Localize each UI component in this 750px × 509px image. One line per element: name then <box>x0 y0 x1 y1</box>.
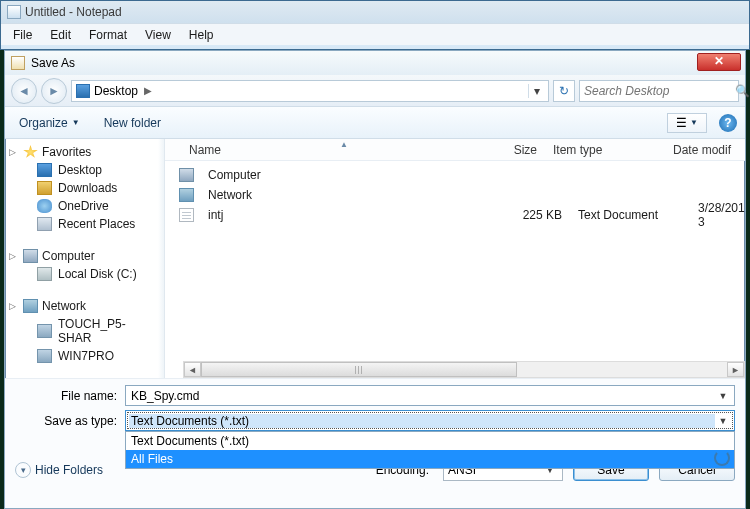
scroll-right-button[interactable]: ► <box>727 362 744 377</box>
horizontal-scrollbar[interactable]: ◄ ► <box>183 361 745 378</box>
nav-favorites[interactable]: ▷ Favorites <box>5 143 164 161</box>
nav-computer[interactable]: ▷ Computer <box>5 247 164 265</box>
nav-favorites-label: Favorites <box>42 145 91 159</box>
menu-help[interactable]: Help <box>181 26 222 44</box>
notepad-window: Untitled - Notepad File Edit Format View… <box>0 0 750 50</box>
star-icon <box>23 145 38 159</box>
network-icon <box>179 188 194 202</box>
nav-network-label: Network <box>42 299 86 313</box>
network-icon <box>23 299 38 313</box>
savetype-combo[interactable]: ▼ Text Documents (*.txt) All Files <box>125 410 735 431</box>
collapse-icon: ▾ <box>15 462 31 478</box>
dialog-title: Save As <box>31 56 75 70</box>
savetype-label: Save as type: <box>15 414 125 428</box>
close-button[interactable]: ✕ <box>697 53 741 71</box>
col-name[interactable]: Name <box>165 143 465 157</box>
nav-bar: ◄ ► Desktop ▶ ▾ ↻ 🔍 <box>5 75 745 107</box>
view-icon: ☰ <box>676 116 687 130</box>
file-icon <box>179 208 194 222</box>
file-list: ▲ Name Size Item type Date modif Compute… <box>165 139 745 378</box>
pc-icon <box>37 349 52 363</box>
save-as-dialog: Save As ✕ ◄ ► Desktop ▶ ▾ ↻ 🔍 Organize ▼… <box>4 50 746 509</box>
forward-button[interactable]: ► <box>41 78 67 104</box>
list-item[interactable]: Computer <box>165 165 745 185</box>
savetype-dropdown: Text Documents (*.txt) All Files <box>125 431 735 469</box>
filename-label: File name: <box>15 389 125 403</box>
hide-folders-button[interactable]: ▾ Hide Folders <box>15 462 103 478</box>
search-input[interactable] <box>584 84 735 98</box>
expand-icon: ▷ <box>9 147 16 157</box>
nav-item-touch[interactable]: TOUCH_P5-SHAR <box>5 315 164 347</box>
recent-icon <box>37 217 52 231</box>
breadcrumb[interactable]: Desktop ▶ ▾ <box>71 80 549 102</box>
back-button[interactable]: ◄ <box>11 78 37 104</box>
menu-edit[interactable]: Edit <box>42 26 79 44</box>
expand-icon: ▷ <box>9 301 16 311</box>
nav-item-desktop[interactable]: Desktop <box>5 161 164 179</box>
search-icon: 🔍 <box>735 84 750 98</box>
filename-combo[interactable]: ▼ <box>125 385 735 406</box>
nav-network[interactable]: ▷ Network <box>5 297 164 315</box>
breadcrumb-dropdown-icon[interactable]: ▾ <box>528 84 544 98</box>
menu-format[interactable]: Format <box>81 26 135 44</box>
scroll-left-button[interactable]: ◄ <box>184 362 201 377</box>
computer-icon <box>23 249 38 263</box>
type-option-all[interactable]: All Files <box>126 450 734 468</box>
nav-item-local-disk[interactable]: Local Disk (C:) <box>5 265 164 283</box>
column-headers: ▲ Name Size Item type Date modif <box>165 139 745 161</box>
save-icon <box>11 56 25 70</box>
hide-folders-label: Hide Folders <box>35 463 103 477</box>
sort-indicator-icon: ▲ <box>340 140 348 149</box>
notepad-title: Untitled - Notepad <box>25 5 122 19</box>
new-folder-label: New folder <box>104 116 161 130</box>
list-item[interactable]: intj 225 KB Text Document 3/28/2019 3 <box>165 205 745 225</box>
filename-input[interactable] <box>129 389 715 403</box>
type-option-txt[interactable]: Text Documents (*.txt) <box>126 432 734 450</box>
notepad-icon <box>7 5 21 19</box>
organize-label: Organize <box>19 116 68 130</box>
menu-view[interactable]: View <box>137 26 179 44</box>
new-folder-button[interactable]: New folder <box>98 112 167 134</box>
hourglass-icon <box>714 450 730 466</box>
organize-button[interactable]: Organize ▼ <box>13 112 86 134</box>
breadcrumb-arrow-icon[interactable]: ▶ <box>142 85 154 96</box>
search-box[interactable]: 🔍 <box>579 80 739 102</box>
notepad-menubar: File Edit Format View Help <box>1 23 749 45</box>
notepad-titlebar[interactable]: Untitled - Notepad <box>1 1 749 23</box>
nav-item-recent[interactable]: Recent Places <box>5 215 164 233</box>
menu-file[interactable]: File <box>5 26 40 44</box>
breadcrumb-location: Desktop <box>94 84 138 98</box>
scroll-track[interactable] <box>201 362 727 377</box>
desktop-icon <box>37 163 52 177</box>
nav-computer-label: Computer <box>42 249 95 263</box>
downloads-icon <box>37 181 52 195</box>
pc-icon <box>37 324 52 338</box>
expand-icon: ▷ <box>9 251 16 261</box>
chevron-down-icon: ▼ <box>690 118 698 127</box>
chevron-down-icon[interactable]: ▼ <box>715 391 731 401</box>
toolbar: Organize ▼ New folder ☰ ▼ ? <box>5 107 745 139</box>
dialog-titlebar[interactable]: Save As ✕ <box>5 51 745 75</box>
list-item[interactable]: Network <box>165 185 745 205</box>
help-button[interactable]: ? <box>719 114 737 132</box>
nav-item-downloads[interactable]: Downloads <box>5 179 164 197</box>
chevron-down-icon: ▼ <box>72 118 80 127</box>
scroll-thumb[interactable] <box>201 362 517 377</box>
pane-divider[interactable] <box>158 139 164 378</box>
desktop-icon <box>76 84 90 98</box>
refresh-button[interactable]: ↻ <box>553 80 575 102</box>
computer-icon <box>179 168 194 182</box>
chevron-down-icon[interactable]: ▼ <box>715 416 731 426</box>
col-type[interactable]: Item type <box>545 143 665 157</box>
nav-item-onedrive[interactable]: OneDrive <box>5 197 164 215</box>
col-size[interactable]: Size <box>465 143 545 157</box>
view-mode-button[interactable]: ☰ ▼ <box>667 113 707 133</box>
nav-item-win7pro[interactable]: WIN7PRO <box>5 347 164 365</box>
onedrive-icon <box>37 199 52 213</box>
savetype-value[interactable] <box>129 414 715 428</box>
navigation-pane: ▷ Favorites Desktop Downloads OneDrive R… <box>5 139 165 378</box>
disk-icon <box>37 267 52 281</box>
form-area: File name: ▼ Save as type: ▼ Text Docume… <box>5 378 745 508</box>
col-date[interactable]: Date modif <box>665 143 745 157</box>
